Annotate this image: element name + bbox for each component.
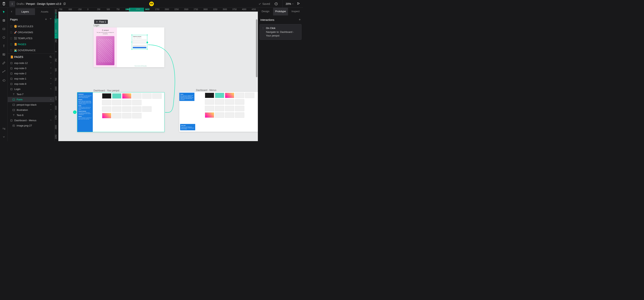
resize-handle[interactable] [147, 49, 148, 50]
layer-row[interactable]: exp-note-1 [8, 76, 54, 81]
rename-icon[interactable] [63, 2, 66, 5]
avatar[interactable]: KR [149, 1, 154, 6]
svg-point-0 [12, 3, 12, 3]
frame-login[interactable]: penpot The open-source solution for desi… [94, 27, 164, 67]
svg-point-33 [13, 125, 14, 125]
layer-row[interactable]: Text-7 [8, 92, 54, 97]
ruler-tick: 500 [107, 8, 110, 10]
layer-row[interactable]: exp-note-8 [8, 81, 54, 86]
layer-row[interactable]: illustration [8, 107, 54, 113]
login-illustration [96, 36, 114, 65]
layer-row[interactable]: Login [8, 86, 54, 92]
right-panel: Design Prototype Inspect Interactions + … [258, 8, 303, 141]
path-tool[interactable] [1, 69, 6, 74]
frame-label[interactable]: Dashboard - Menus [196, 89, 216, 91]
canvas-viewport[interactable]: Flow 1 Login penpot The open-source solu… [58, 11, 258, 141]
panel-back-button[interactable] [8, 8, 16, 15]
ruler-vertical[interactable]: 1000750500250025050075010001250150017502… [54, 11, 58, 141]
layer-row[interactable]: exp-note-3 [8, 66, 54, 71]
drag-handle-icon[interactable]: ⋮ [262, 26, 264, 38]
chevron-down-icon[interactable] [50, 98, 52, 101]
svg-rect-18 [11, 25, 12, 27]
chevron-down-icon[interactable] [50, 82, 52, 85]
check-icon [258, 2, 261, 5]
form-input [133, 41, 146, 42]
interaction-trigger: On Click [266, 26, 300, 30]
shortcuts-icon[interactable] [1, 134, 6, 140]
breadcrumb-root[interactable]: Drafts [16, 2, 24, 5]
rectangle-tool[interactable] [1, 26, 6, 32]
resize-handle[interactable] [131, 49, 132, 50]
layer-row[interactable]: Form [8, 97, 54, 102]
breadcrumb-current[interactable]: Penpot - Design System v2.0 [26, 2, 61, 5]
ruler-tick: 4000 [242, 8, 246, 10]
resize-handle[interactable] [147, 34, 148, 35]
ellipse-tool[interactable] [1, 35, 6, 40]
page-item[interactable]: 👨‍💻 GOVERNANCE [8, 47, 54, 53]
breadcrumb: Drafts / Penpot - Design System v2.0 [16, 2, 66, 5]
ruler-horizontal[interactable]: -750-500-2500250500750100012501500175020… [54, 8, 258, 11]
frame-label[interactable]: Dashboard - Your penpot [94, 89, 119, 92]
form-title: Create an account [133, 36, 146, 37]
search-icon[interactable] [49, 56, 52, 58]
ruler-tick: 750 [116, 8, 120, 10]
layer-row[interactable]: exp-note-2 [8, 71, 54, 76]
prototype-connector-origin[interactable] [146, 42, 148, 43]
canvas-scrollbar[interactable] [256, 19, 258, 77]
interactions-title: Interactions [260, 18, 274, 21]
main-menu-button[interactable] [9, 1, 15, 7]
zoom-dropdown[interactable]: 20% [286, 2, 294, 5]
layer-row[interactable]: Text-6 [8, 113, 54, 118]
frame-label[interactable]: Login [94, 24, 99, 27]
comment-tool[interactable] [1, 77, 6, 83]
layer-row[interactable]: Dashboard - Menus [8, 118, 54, 123]
add-interaction-button[interactable]: + [298, 18, 301, 22]
page-item[interactable]: ⬛ TEMPLATES [8, 35, 54, 41]
chevron-up-icon[interactable] [50, 119, 52, 122]
svg-line-24 [51, 57, 52, 58]
page-item[interactable]: 📙 PAGES [8, 41, 54, 47]
frame-tool[interactable] [1, 18, 6, 23]
layer-row[interactable]: penpot-logo-black [8, 102, 54, 107]
tab-assets[interactable]: Assets [35, 8, 54, 15]
pages-section-header: Pages + [8, 15, 54, 23]
resize-handle[interactable] [131, 41, 132, 43]
history-button[interactable] [273, 1, 279, 7]
frame-icon [10, 72, 13, 75]
tab-inspect[interactable]: Inspect [288, 8, 303, 15]
frame-dashboard-your-penpot[interactable]: DashboardThe dashboard is the place wher… [77, 92, 164, 132]
tab-layers[interactable]: Layers [16, 8, 35, 15]
chevron-up-icon[interactable] [50, 88, 52, 90]
text-tool[interactable] [1, 43, 6, 49]
penpot-logo-icon[interactable] [0, 0, 8, 8]
interaction-item[interactable]: ⋮ On Click Navigate to: Dashboard - Your… [260, 24, 302, 40]
form-selection[interactable]: Create an account It's free, it's Open S… [132, 35, 147, 49]
layer-section-header: 📙 PAGES [8, 53, 54, 60]
layer-row[interactable]: exp-note-12 [8, 60, 54, 66]
ruler-tick: 750 [55, 78, 57, 81]
view-mode-button[interactable] [297, 2, 300, 6]
chevron-down-icon[interactable] [50, 103, 52, 106]
page-item[interactable]: 🍔 MOLECULES [8, 23, 54, 29]
tab-design[interactable]: Design [258, 8, 273, 15]
add-page-button[interactable]: + [45, 17, 47, 21]
resize-handle[interactable] [131, 34, 132, 35]
tab-prototype[interactable]: Prototype [273, 8, 288, 15]
layer-row[interactable]: image.png-27 [8, 123, 54, 128]
chevron-down-icon[interactable] [50, 77, 52, 80]
typography-shortcut[interactable]: Ag [1, 126, 6, 131]
frame-dashboard-menus[interactable]: TeamsA team allows you to collaborate wi… [179, 92, 258, 132]
page-item[interactable]: 🚀 ORGANISMS [8, 29, 54, 35]
image-tool[interactable] [1, 52, 6, 57]
pen-tool[interactable] [1, 60, 6, 66]
chevron-down-icon[interactable] [50, 62, 52, 64]
collapse-pages-icon[interactable] [49, 17, 52, 20]
ruler-tick: 2250 [55, 135, 57, 139]
chevron-down-icon[interactable] [50, 72, 52, 75]
move-tool[interactable] [1, 9, 6, 15]
canvas[interactable]: -750-500-2500250500750100012501500175020… [54, 8, 258, 141]
chevron-down-icon[interactable] [50, 108, 52, 111]
chevron-down-icon[interactable] [50, 67, 52, 70]
layer-label: exp-note-2 [14, 72, 26, 75]
flow-badge[interactable]: Flow 1 [94, 20, 108, 24]
